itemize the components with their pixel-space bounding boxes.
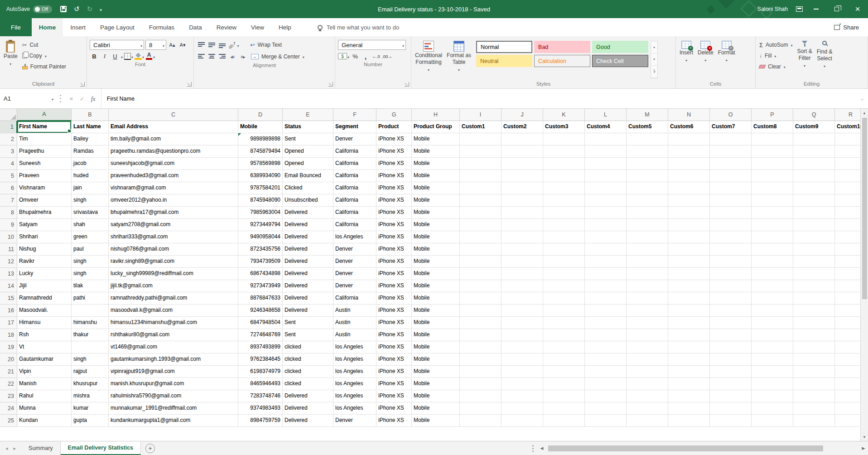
cell-style-bad[interactable]: Bad [534, 41, 590, 53]
cell-I10[interactable] [460, 231, 502, 243]
cell-E25[interactable]: Delivered [283, 415, 333, 427]
user-name[interactable]: Saloni Shah [757, 6, 788, 12]
cell-G25[interactable]: iPhone XS [376, 415, 412, 427]
cell-H12[interactable]: Mobile [412, 256, 460, 268]
cell-G17[interactable]: iPhone XS [376, 317, 412, 329]
decrease-font-size-button[interactable] [178, 40, 187, 49]
row-header-5[interactable]: 5 [0, 170, 17, 182]
cell-M21[interactable] [627, 366, 668, 378]
cell-F9[interactable]: California [333, 219, 376, 231]
cell-J3[interactable] [502, 145, 543, 158]
cell-B16[interactable] [72, 305, 109, 317]
cell-E1[interactable]: Status [283, 121, 333, 133]
cell-N4[interactable] [668, 158, 710, 170]
cell-K20[interactable] [543, 353, 585, 366]
insert-function-icon[interactable] [91, 95, 96, 103]
cell-P20[interactable] [752, 353, 793, 366]
cell-D23[interactable]: 7283748746 [238, 390, 283, 402]
tab-review[interactable]: Review [209, 18, 244, 36]
cell-Q2[interactable] [793, 133, 835, 145]
cell-M19[interactable] [627, 341, 668, 353]
column-header-M[interactable]: M [627, 109, 668, 121]
cell-E4[interactable]: Opened [283, 158, 333, 170]
row-header-15[interactable]: 15 [0, 292, 17, 305]
cell-Q1[interactable]: Custom9 [793, 121, 835, 133]
cell-F5[interactable]: California [333, 170, 376, 182]
cell-A6[interactable]: Vishnaram [17, 182, 72, 194]
format-painter-button[interactable]: Format Painter [20, 62, 68, 72]
cell-B15[interactable]: pathi [72, 292, 109, 305]
tab-splitter[interactable] [532, 448, 534, 449]
cell-N3[interactable] [668, 145, 710, 158]
cell-N12[interactable] [668, 256, 710, 268]
cell-I11[interactable] [460, 243, 502, 256]
cell-K9[interactable] [543, 219, 585, 231]
cell-R9[interactable] [835, 219, 860, 231]
vertical-scrollbar-thumb[interactable] [862, 118, 867, 299]
cell-C24[interactable]: munnakumar_1991@rediffmail.com [109, 402, 238, 415]
cell-B21[interactable]: rajput [72, 366, 109, 378]
cell-G16[interactable]: iPhone XS [376, 305, 412, 317]
cell-H3[interactable]: Mobile [412, 145, 460, 158]
cell-B2[interactable]: Bailey [72, 133, 109, 145]
cell-J17[interactable] [502, 317, 543, 329]
cell-F12[interactable]: Denver [333, 256, 376, 268]
cell-P14[interactable] [752, 280, 793, 292]
cell-L20[interactable] [585, 353, 627, 366]
cell-R5[interactable] [835, 170, 860, 182]
cell-I15[interactable] [460, 292, 502, 305]
cell-Q12[interactable] [793, 256, 835, 268]
column-header-O[interactable]: O [710, 109, 752, 121]
cell-M14[interactable] [627, 280, 668, 292]
cell-R6[interactable] [835, 182, 860, 194]
cell-A17[interactable]: Himansu [17, 317, 72, 329]
cell-H14[interactable]: Mobile [412, 280, 460, 292]
row-header-3[interactable]: 3 [0, 145, 17, 158]
cell-N22[interactable] [668, 378, 710, 390]
cell-A20[interactable]: Gautamkumar [17, 353, 72, 366]
cell-R16[interactable] [835, 305, 860, 317]
cell-N8[interactable] [668, 207, 710, 219]
tab-data[interactable]: Data [182, 18, 209, 36]
cell-P9[interactable] [752, 219, 793, 231]
restore-button[interactable] [826, 0, 847, 18]
cell-M10[interactable] [627, 231, 668, 243]
column-header-R[interactable]: R [835, 109, 860, 121]
cell-G22[interactable]: iPhone XS [376, 378, 412, 390]
cell-E18[interactable]: Sent [283, 329, 333, 341]
row-header-20[interactable]: 20 [0, 353, 17, 366]
cell-C5[interactable]: praveenhuded3@gmail.com [109, 170, 238, 182]
cell-L4[interactable] [585, 158, 627, 170]
cell-H25[interactable]: Mobile [412, 415, 460, 427]
cell-Q6[interactable] [793, 182, 835, 194]
cell-K16[interactable] [543, 305, 585, 317]
cell-C18[interactable]: rshthakur80@gmail.com [109, 329, 238, 341]
cell-O18[interactable] [710, 329, 752, 341]
clipboard-dialog-launcher-icon[interactable] [80, 82, 85, 87]
cell-C15[interactable]: ramnathreddy.pathi@gmail.com [109, 292, 238, 305]
cell-O23[interactable] [710, 390, 752, 402]
cell-C17[interactable]: himansu1234himanshu@gmail.com [109, 317, 238, 329]
cell-H9[interactable]: Mobile [412, 219, 460, 231]
cell-B7[interactable]: singh [72, 194, 109, 207]
cell-E13[interactable]: Delivered [283, 268, 333, 280]
cell-I9[interactable] [460, 219, 502, 231]
cell-K14[interactable] [543, 280, 585, 292]
cell-H18[interactable]: Mobile [412, 329, 460, 341]
cell-D5[interactable]: 6389934090 [238, 170, 283, 182]
cell-style-normal[interactable]: Normal [476, 41, 532, 53]
tab-page-layout[interactable]: Page Layout [93, 18, 142, 36]
cell-K10[interactable] [543, 231, 585, 243]
cell-R13[interactable] [835, 268, 860, 280]
cell-D21[interactable]: 6198374979 [238, 366, 283, 378]
cell-E8[interactable]: Delivered [283, 207, 333, 219]
cell-H20[interactable]: Mobile [412, 353, 460, 366]
cell-N14[interactable] [668, 280, 710, 292]
cell-J8[interactable] [502, 207, 543, 219]
autosave-switch[interactable]: Off [33, 5, 52, 13]
clear-button[interactable]: Clear [757, 62, 795, 72]
cell-J2[interactable] [502, 133, 543, 145]
middle-align-button[interactable] [207, 40, 216, 49]
cell-L3[interactable] [585, 145, 627, 158]
increase-decimal-button[interactable] [371, 52, 381, 61]
